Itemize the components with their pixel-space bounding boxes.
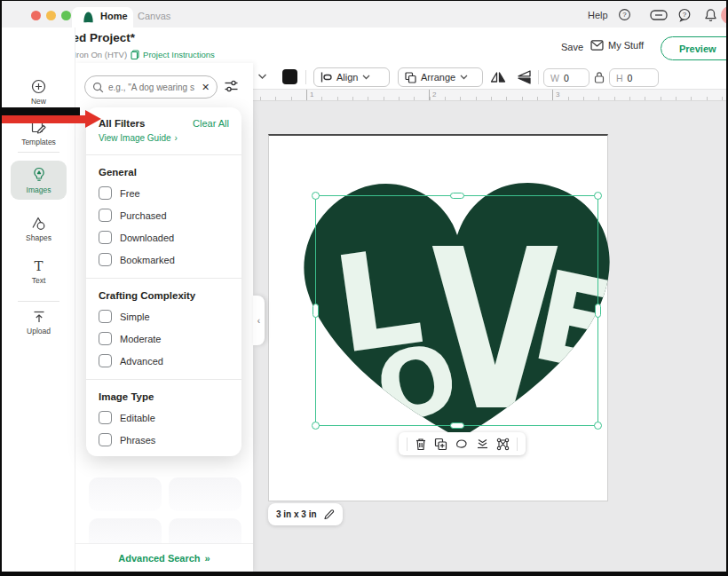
clear-search-icon[interactable]: ✕: [202, 82, 210, 93]
size-badge[interactable]: 3 in x 3 in: [268, 503, 343, 525]
tab-canvas[interactable]: Canvas: [138, 11, 170, 21]
chevron-left-icon: ‹: [257, 316, 260, 326]
filter-sliders-icon[interactable]: [224, 79, 239, 93]
arrange-dropdown[interactable]: Arrange: [398, 67, 483, 87]
resize-handle-right[interactable]: [595, 304, 601, 318]
width-value: 0: [564, 73, 569, 83]
double-chevron-icon: »: [205, 553, 210, 564]
color-swatch[interactable]: [282, 69, 297, 84]
filter-option-label: Editable: [120, 413, 155, 423]
my-stuff-icon: [590, 40, 604, 51]
attach-button[interactable]: [496, 438, 510, 451]
checkbox[interactable]: [99, 209, 112, 222]
help-label[interactable]: Help: [588, 10, 608, 20]
flatten-button[interactable]: [476, 438, 489, 450]
action-bar-separator: [517, 438, 518, 451]
lock-icon[interactable]: [594, 71, 605, 83]
width-label: W: [550, 73, 559, 83]
checkbox[interactable]: [99, 354, 112, 367]
image-placeholder-tile: [89, 477, 162, 511]
filter-option-editable[interactable]: Editable: [99, 411, 229, 424]
checkbox[interactable]: [99, 332, 112, 345]
filter-option-advanced[interactable]: Advanced: [99, 354, 229, 367]
traffic-light-minimize[interactable]: [46, 11, 56, 20]
arrange-icon: [405, 72, 416, 83]
chevron-right-icon: ›: [175, 133, 178, 143]
user-avatar[interactable]: [721, 6, 728, 24]
filter-option-downloaded[interactable]: Downloaded: [99, 231, 229, 244]
sidebar-item-label: Shapes: [26, 233, 51, 242]
traffic-light-zoom[interactable]: [61, 11, 71, 20]
checkbox[interactable]: [99, 253, 112, 266]
align-dropdown[interactable]: Align: [313, 67, 390, 87]
my-stuff-button[interactable]: My Stuff: [590, 40, 644, 51]
advanced-search-label: Advanced Search: [118, 553, 200, 564]
collapse-panel-button[interactable]: ‹: [253, 296, 265, 345]
height-input[interactable]: H 0: [609, 68, 659, 87]
checkbox[interactable]: [99, 433, 112, 446]
ruler-major-tick: [552, 90, 553, 100]
resize-handle-bottom-left[interactable]: [312, 422, 320, 430]
filter-option-label: Free: [120, 188, 140, 199]
align-icon: [320, 72, 332, 83]
filter-option-label: Moderate: [120, 334, 161, 344]
filter-option-bookmarked[interactable]: Bookmarked: [99, 253, 229, 266]
chevron-down-icon[interactable]: [257, 73, 267, 80]
sidebar-item-templates[interactable]: Templates: [2, 120, 75, 146]
sidebar-item-text[interactable]: T Text: [2, 260, 75, 285]
sidebar-item-shapes[interactable]: Shapes: [2, 216, 75, 242]
ruler-major-tick: [306, 90, 307, 100]
checkbox[interactable]: [99, 186, 112, 200]
resize-handle-top-left[interactable]: [312, 192, 320, 200]
resize-handle-bottom-right[interactable]: [594, 422, 602, 430]
filter-option-moderate[interactable]: Moderate: [99, 332, 229, 345]
advanced-search-bar[interactable]: Advanced Search »: [75, 543, 253, 572]
delete-button[interactable]: [415, 438, 427, 451]
contour-button[interactable]: [455, 438, 468, 449]
filter-section-heading: Image Type: [99, 391, 229, 402]
sidebar-item-images[interactable]: Images: [11, 161, 67, 200]
resize-handle-top-right[interactable]: [594, 192, 602, 200]
align-label: Align: [336, 72, 358, 83]
project-instructions-link[interactable]: Project Instructions: [143, 50, 215, 59]
action-bar-separator: [407, 438, 408, 451]
chat-help-icon[interactable]: ?: [677, 8, 692, 22]
checkbox[interactable]: [99, 411, 112, 424]
machine-icon[interactable]: [650, 10, 668, 20]
resize-handle-top[interactable]: [450, 193, 464, 199]
duplicate-button[interactable]: [434, 438, 447, 451]
filter-option-simple[interactable]: Simple: [99, 310, 229, 323]
filter-option-free[interactable]: Free: [99, 186, 229, 200]
filter-option-phrases[interactable]: Phrases: [99, 433, 229, 446]
filter-option-label: Downloaded: [120, 233, 174, 243]
sidebar-item-upload[interactable]: Upload: [2, 310, 75, 335]
filter-option-purchased[interactable]: Purchased: [99, 209, 229, 222]
text-icon: T: [34, 260, 43, 273]
my-stuff-label: My Stuff: [608, 40, 644, 51]
save-button[interactable]: Save: [561, 42, 583, 52]
resize-handle-bottom[interactable]: [450, 422, 464, 429]
clear-all-link[interactable]: Clear All: [193, 118, 229, 129]
filter-option-label: Advanced: [120, 356, 163, 367]
view-image-guide-link[interactable]: View Image Guide ›: [99, 133, 229, 143]
resize-handle-left[interactable]: [313, 304, 319, 318]
sidebar-item-label: Templates: [21, 138, 56, 146]
search-input[interactable]: [108, 83, 197, 92]
sidebar-item-new[interactable]: New: [2, 79, 75, 106]
notifications-bell-icon[interactable]: [704, 8, 717, 22]
edit-size-pencil-icon[interactable]: [323, 509, 335, 520]
image-search-bar[interactable]: ✕: [84, 75, 218, 99]
flip-vertical-icon[interactable]: [517, 70, 533, 84]
tab-home-label[interactable]: Home: [100, 11, 128, 21]
filter-option-label: Bookmarked: [120, 255, 175, 265]
flip-horizontal-icon[interactable]: [490, 70, 506, 84]
checkbox[interactable]: [99, 310, 112, 323]
checkbox[interactable]: [99, 231, 112, 244]
traffic-light-close[interactable]: [31, 11, 41, 20]
width-input[interactable]: W 0: [543, 68, 590, 87]
help-circle-icon[interactable]: ?: [618, 8, 631, 21]
selection-bounding-box[interactable]: [315, 195, 598, 426]
preview-button[interactable]: Preview: [661, 36, 728, 60]
toolbar-separator: [538, 70, 539, 84]
cricut-logo-icon: [82, 11, 95, 24]
